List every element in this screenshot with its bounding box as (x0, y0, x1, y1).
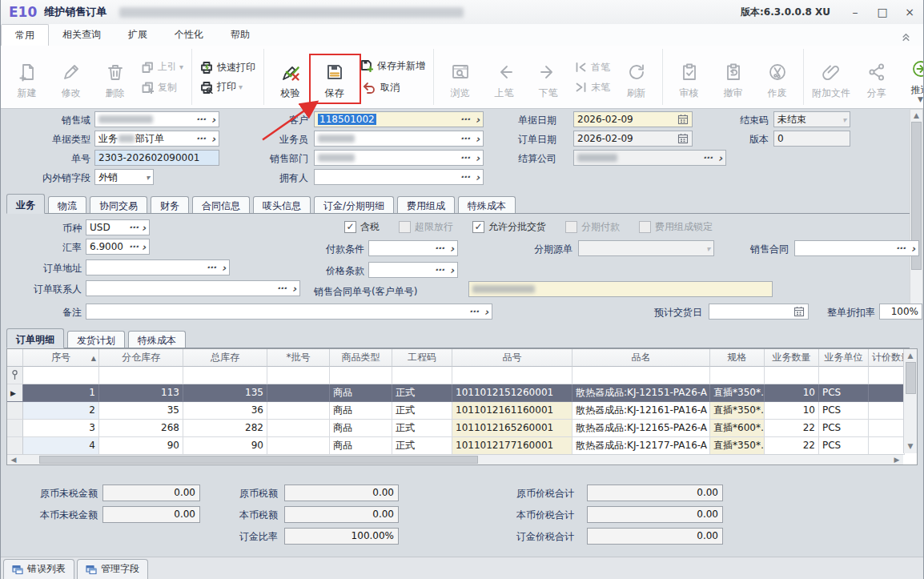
cell-计价数量[interactable] (869, 384, 905, 402)
col-header-总库存[interactable]: 总库存 (183, 349, 267, 367)
cell-品名[interactable]: 散热器成品:KJ-12161-PA16-A (572, 402, 710, 420)
filter-cell[interactable] (869, 367, 905, 384)
cell-业务数量[interactable]: 10 (765, 402, 819, 420)
col-header-规格[interactable]: 规格 (710, 349, 765, 367)
ribbon-tab-常用[interactable]: 常用 (1, 24, 49, 46)
cell-总库存[interactable]: 135 (183, 384, 267, 402)
table-row[interactable]: 23536商品正式1011012161160001散热器成品:KJ-12161-… (7, 402, 917, 420)
cell-业务单位[interactable]: PCS (819, 420, 869, 437)
scroll-down-icon[interactable]: ▼ (904, 441, 917, 452)
calendar-icon[interactable] (677, 114, 689, 125)
order-address-field[interactable] (86, 259, 230, 275)
cell-分仓库存[interactable]: 35 (99, 402, 183, 420)
scroll-right-icon[interactable]: ▶ (892, 455, 902, 464)
scroll-up-icon[interactable]: ▲ (904, 351, 917, 361)
cell-分仓库存[interactable]: 113 (99, 384, 183, 402)
installment-source-select[interactable] (578, 240, 714, 256)
push-button[interactable]: 推送▼ (898, 53, 923, 102)
cell-序号[interactable]: 4 (23, 437, 99, 455)
checkbox-box-icon[interactable]: ✓ (472, 221, 484, 233)
expected-delivery-field[interactable] (709, 304, 809, 320)
col-header-业务数量[interactable]: 业务数量 (765, 349, 819, 367)
checkbox-含税[interactable]: ✓含税 (344, 220, 380, 234)
table-row[interactable]: 49090商品正式1011012177160001散热器成品:KJ-12177-… (7, 437, 917, 455)
cell-商品类型[interactable]: 商品 (330, 402, 392, 420)
table-row[interactable]: 3268282商品正式1011012165260001散热器成品:KJ-1216… (7, 420, 917, 437)
payment-terms-field[interactable] (368, 240, 458, 256)
checkbox-box-icon[interactable] (639, 221, 651, 233)
grid-hscrollbar[interactable]: ◀ ▶ (7, 454, 903, 464)
cell-工程码[interactable]: 正式 (392, 384, 452, 402)
price-terms-field[interactable] (368, 262, 458, 278)
owner-field[interactable] (314, 169, 484, 185)
maximize-button[interactable]: □ (869, 6, 896, 18)
col-header-商品类型[interactable]: 商品类型 (330, 349, 392, 367)
cell-品号[interactable]: 1011012151260001 (452, 384, 572, 402)
filter-cell[interactable] (452, 367, 572, 384)
cell-业务数量[interactable]: 22 (765, 437, 819, 455)
scrollbar-thumb[interactable] (906, 362, 916, 394)
cell-品号[interactable]: 1011012161160001 (452, 402, 572, 420)
checkbox-box-icon[interactable] (399, 221, 411, 233)
checkbox-box-icon[interactable]: ✓ (344, 221, 356, 233)
detail-tab-订单明细[interactable]: 订单明细 (6, 328, 64, 348)
filter-cell[interactable] (819, 367, 869, 384)
cell-规格[interactable]: 直插*600*… (710, 420, 765, 437)
sales-dept-field[interactable] (314, 150, 484, 166)
doc-type-field[interactable]: 业务 部订单 (94, 131, 219, 147)
cell-*批号[interactable] (267, 420, 330, 437)
filter-cell[interactable] (710, 367, 765, 384)
table-row[interactable]: 1113135商品正式1011012151260001散热器成品:KJ-1215… (7, 384, 917, 402)
cell-工程码[interactable]: 正式 (392, 402, 452, 420)
close-button[interactable]: × (896, 6, 923, 18)
cell-工程码[interactable]: 正式 (392, 437, 452, 455)
cell-商品类型[interactable]: 商品 (330, 437, 392, 455)
tab-费用组成[interactable]: 费用组成 (397, 196, 455, 213)
grid-vscrollbar[interactable]: ▲ ▼ (903, 349, 917, 453)
filter-cell[interactable] (267, 367, 330, 384)
cell-规格[interactable]: 直插*350*… (710, 384, 765, 402)
cell-业务数量[interactable]: 22 (765, 420, 819, 437)
ribbon-tab-帮助[interactable]: 帮助 (217, 24, 263, 46)
cell-总库存[interactable]: 36 (183, 402, 267, 420)
cell-*批号[interactable] (267, 384, 330, 402)
cell-业务单位[interactable]: PCS (819, 437, 869, 455)
tab-唛头信息[interactable]: 唛头信息 (253, 196, 311, 213)
col-header-*批号[interactable]: *批号 (267, 349, 330, 367)
save-button[interactable]: 保存 (312, 56, 356, 99)
doc-date-field[interactable]: 2026-02-09 (573, 111, 693, 127)
col-header-业务单位[interactable]: 业务单位 (819, 349, 869, 367)
cell-品名[interactable]: 散热器成品:KJ-12151-PA26-A (572, 384, 710, 402)
cell-*批号[interactable] (267, 437, 330, 455)
cell-计价数量[interactable] (869, 402, 905, 420)
cell-业务数量[interactable]: 10 (765, 384, 819, 402)
tab-物流[interactable]: 物流 (48, 196, 86, 213)
cell-序号[interactable]: 3 (23, 420, 99, 437)
order-contact-field[interactable] (86, 280, 300, 296)
scroll-up-icon[interactable]: ▲ (910, 111, 922, 121)
cell-业务单位[interactable]: PCS (819, 402, 869, 420)
row-indicator[interactable] (7, 384, 23, 402)
cell-序号[interactable]: 2 (23, 402, 99, 420)
settle-company-field[interactable] (573, 150, 726, 166)
ribbon-tab-个性化[interactable]: 个性化 (161, 24, 217, 46)
cell-*批号[interactable] (267, 402, 330, 420)
order-date-field[interactable]: 2026-02-09 (573, 131, 693, 147)
detail-tab-特殊成本[interactable]: 特殊成本 (128, 331, 186, 348)
grid-filter-row[interactable] (7, 367, 917, 384)
cell-品号[interactable]: 1011012177160001 (452, 437, 572, 455)
filter-pin-icon[interactable] (7, 367, 23, 384)
remark-field[interactable] (86, 304, 492, 320)
customer-field[interactable]: 118501002 (314, 111, 484, 127)
col-header-分仓库存[interactable]: 分仓库存 (99, 349, 183, 367)
validate-button[interactable]: 校验 (268, 56, 312, 99)
filter-cell[interactable] (99, 367, 183, 384)
col-header-工程码[interactable]: 工程码 (392, 349, 452, 367)
bottom-tab-错误列表[interactable]: 错误列表 (3, 559, 74, 579)
tab-特殊成本[interactable]: 特殊成本 (458, 196, 516, 213)
detail-tab-发货计划[interactable]: 发货计划 (67, 331, 125, 348)
row-indicator[interactable] (7, 402, 23, 420)
tab-协同交易[interactable]: 协同交易 (90, 196, 147, 213)
row-indicator[interactable] (7, 437, 23, 455)
bottom-tab-管理字段[interactable]: 管理字段 (77, 559, 148, 579)
